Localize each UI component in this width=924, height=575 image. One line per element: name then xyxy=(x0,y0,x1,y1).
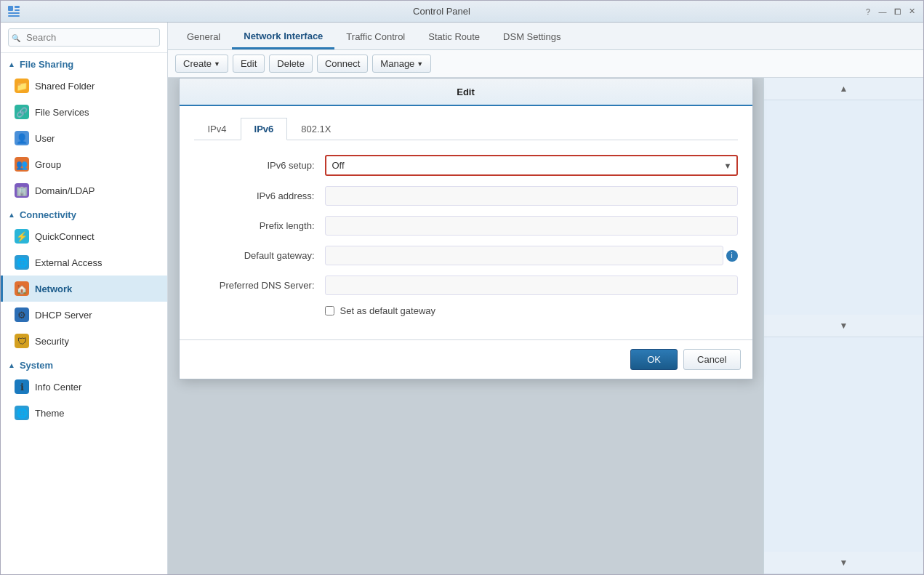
sidebar-section-connectivity[interactable]: ▲ Connectivity xyxy=(1,204,167,223)
sidebar-section-system[interactable]: ▲ System xyxy=(1,354,167,374)
svg-rect-1 xyxy=(15,6,20,8)
dialog-title: Edit xyxy=(457,87,475,97)
sidebar-item-info-center[interactable]: ℹ Info Center xyxy=(1,374,167,400)
main-toolbar: Create ▼ Edit Delete Connect Manage ▼ xyxy=(168,50,923,78)
dhcp-server-icon: ⚙ xyxy=(15,307,29,322)
window-controls: ? — ⧠ ✕ xyxy=(862,6,917,17)
dialog-tab-ipv6[interactable]: IPv6 xyxy=(241,118,288,140)
app-icon xyxy=(7,4,21,19)
tab-traffic-control[interactable]: Traffic Control xyxy=(334,25,417,49)
help-button[interactable]: ? xyxy=(862,6,874,17)
sidebar-item-network[interactable]: 🏠 Network xyxy=(1,276,167,302)
sidebar-item-domain-ldap-label: Domain/LDAP xyxy=(35,185,95,196)
prefix-length-label: Prefix length: xyxy=(194,220,325,231)
default-gateway-checkbox-row: Set as default gateway xyxy=(325,305,738,316)
edit-label: Edit xyxy=(241,58,257,69)
default-gateway-field: i xyxy=(325,246,738,265)
sidebar-item-network-label: Network xyxy=(35,284,72,294)
sidebar-section-system-label: System xyxy=(20,360,53,371)
svg-rect-2 xyxy=(15,9,20,11)
delete-button[interactable]: Delete xyxy=(269,55,313,73)
connect-button[interactable]: Connect xyxy=(317,55,368,73)
tab-general[interactable]: General xyxy=(175,25,232,49)
default-gateway-input[interactable] xyxy=(325,246,723,265)
sidebar-item-quickconnect[interactable]: ⚡ QuickConnect xyxy=(1,223,167,249)
sidebar-item-file-services[interactable]: 🔗 File Services xyxy=(1,99,167,125)
sidebar-section-file-sharing-label: File Sharing xyxy=(20,59,73,70)
restore-button[interactable]: ⧠ xyxy=(891,6,903,17)
info-center-icon: ℹ xyxy=(15,379,29,394)
sidebar-section-file-sharing[interactable]: ▲ File Sharing xyxy=(1,53,167,73)
chevron-up-icon-2: ▲ xyxy=(8,211,15,219)
quickconnect-icon: ⚡ xyxy=(15,229,29,244)
ipv6-setup-select[interactable]: Off Auto Manual 6in4 6to4 DHCP-PD xyxy=(325,155,738,176)
svg-rect-0 xyxy=(8,6,13,11)
minimize-button[interactable]: — xyxy=(877,6,888,17)
create-button[interactable]: Create ▼ xyxy=(175,55,228,73)
manage-label: Manage xyxy=(380,58,414,69)
sidebar-item-group[interactable]: 👥 Group xyxy=(1,151,167,177)
sidebar-item-group-label: Group xyxy=(35,159,61,170)
default-gateway-info-icon[interactable]: i xyxy=(726,250,738,262)
preferred-dns-row: Preferred DNS Server: xyxy=(194,276,738,295)
preferred-dns-label: Preferred DNS Server: xyxy=(194,280,325,291)
sidebar-section-connectivity-label: Connectivity xyxy=(20,209,76,220)
sidebar-item-file-services-label: File Services xyxy=(35,107,89,118)
main-content: General Network Interface Traffic Contro… xyxy=(168,23,923,574)
right-panel-expand-bottom[interactable]: ▼ xyxy=(764,552,923,574)
main-tab-bar: General Network Interface Traffic Contro… xyxy=(168,23,923,50)
network-icon: 🏠 xyxy=(15,281,29,296)
search-input[interactable] xyxy=(8,28,160,47)
dialog-tab-ipv4[interactable]: IPv4 xyxy=(194,118,241,140)
sidebar-item-quickconnect-label: QuickConnect xyxy=(35,231,95,242)
right-panel-expand-middle[interactable]: ▼ xyxy=(764,315,923,337)
tab-static-route[interactable]: Static Route xyxy=(417,25,491,49)
tab-network-interface[interactable]: Network Interface xyxy=(232,25,334,49)
dialog-header: Edit xyxy=(180,79,752,106)
ipv6-address-input[interactable] xyxy=(325,186,738,206)
close-button[interactable]: ✕ xyxy=(906,6,917,17)
preferred-dns-input[interactable] xyxy=(325,276,738,295)
right-panel: ▲ ▼ ▼ xyxy=(763,78,923,574)
sidebar-item-dhcp-server[interactable]: ⚙ DHCP Server xyxy=(1,302,167,328)
cancel-button[interactable]: Cancel xyxy=(683,349,740,370)
theme-icon: 🌐 xyxy=(15,406,29,420)
titlebar: Control Panel ? — ⧠ ✕ xyxy=(1,1,923,23)
user-icon: 👤 xyxy=(15,131,29,145)
default-gateway-checkbox-label[interactable]: Set as default gateway xyxy=(340,305,436,316)
sidebar-item-info-center-label: Info Center xyxy=(35,382,81,393)
tab-dsm-settings[interactable]: DSM Settings xyxy=(491,25,572,49)
sidebar-item-security-label: Security xyxy=(35,336,69,347)
default-gateway-row: Default gateway: i xyxy=(194,246,738,265)
sidebar-item-domain-ldap[interactable]: 🏢 Domain/LDAP xyxy=(1,177,167,204)
sidebar-item-user[interactable]: 👤 User xyxy=(1,125,167,151)
sidebar-item-security[interactable]: 🛡 Security xyxy=(1,328,167,354)
security-icon: 🛡 xyxy=(15,334,29,348)
prefix-length-field: 64 xyxy=(325,216,738,236)
manage-button[interactable]: Manage ▼ xyxy=(372,55,431,73)
sidebar-item-theme-label: Theme xyxy=(35,408,64,419)
edit-button[interactable]: Edit xyxy=(233,55,265,73)
titlebar-left xyxy=(7,4,21,19)
sidebar-item-external-access[interactable]: 🌐 External Access xyxy=(1,249,167,276)
sidebar-item-user-label: User xyxy=(35,133,55,144)
ipv6-setup-row: IPv6 setup: Off Auto Manual 6in4 xyxy=(194,155,738,176)
sidebar-item-shared-folder[interactable]: 📁 Shared Folder xyxy=(1,73,167,99)
prefix-length-input[interactable]: 64 xyxy=(325,216,738,236)
preferred-dns-field xyxy=(325,276,738,295)
ipv6-setup-field: Off Auto Manual 6in4 6to4 DHCP-PD ▼ xyxy=(325,155,738,176)
sidebar-item-theme[interactable]: 🌐 Theme xyxy=(1,400,167,426)
ipv6-address-row: IPv6 address: xyxy=(194,186,738,206)
dialog-overlay: Edit IPv4 IPv6 802.1X xyxy=(168,78,763,574)
create-arrow-icon: ▼ xyxy=(214,60,220,68)
dialog-body: IPv4 IPv6 802.1X IPv6 setup: xyxy=(180,106,752,328)
ok-button[interactable]: OK xyxy=(630,349,678,370)
right-panel-expand-top[interactable]: ▲ xyxy=(764,78,923,100)
edit-dialog: Edit IPv4 IPv6 802.1X xyxy=(179,78,753,379)
sidebar-item-shared-folder-label: Shared Folder xyxy=(35,81,95,92)
default-gateway-checkbox[interactable] xyxy=(325,306,334,315)
main-window: Control Panel ? — ⧠ ✕ ▲ File Sharing 📁 S… xyxy=(0,0,924,575)
dialog-tab-8021x[interactable]: 802.1X xyxy=(287,118,345,140)
svg-rect-3 xyxy=(8,12,20,14)
sidebar: ▲ File Sharing 📁 Shared Folder 🔗 File Se… xyxy=(1,23,168,574)
